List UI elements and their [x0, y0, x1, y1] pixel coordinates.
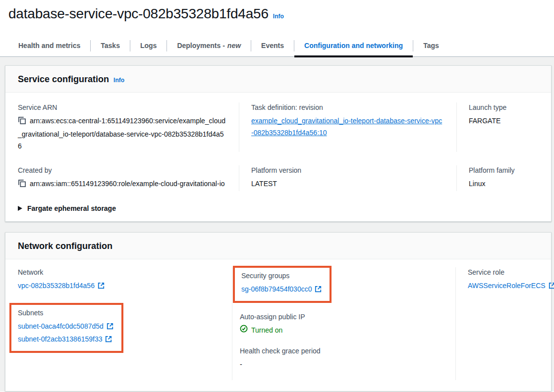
- tab-deployments-new-badge: new: [227, 42, 241, 49]
- launch-type-value: FARGATE: [469, 115, 526, 127]
- external-link-icon: [105, 334, 112, 346]
- task-definition-link[interactable]: example_cloud_gravitational_io-teleport-…: [251, 117, 442, 137]
- service-configuration-header: Service configuration Info: [5, 66, 551, 93]
- service-configuration-title: Service configuration: [18, 74, 109, 85]
- content-area: Service configuration Info Service ARN a…: [0, 57, 554, 392]
- created-by-value: arn:aws:iam::651149123960:role/example-c…: [30, 180, 225, 188]
- tab-configuration-and-networking[interactable]: Configuration and networking: [294, 35, 413, 56]
- security-groups-highlight-box: Security groups sg-06f8b79454f030cc0: [233, 266, 332, 303]
- service-configuration-info-link[interactable]: Info: [113, 77, 124, 84]
- copy-icon[interactable]: [18, 179, 26, 191]
- network-column-3: Service role AWSServiceRoleForECS: [455, 267, 554, 380]
- service-configuration-body: Service ARN arn:aws:ecs:ca-central-1:651…: [5, 93, 551, 221]
- subnets-highlight-box: Subnets subnet-0aca4fc0dc5087d5d subnet-…: [9, 303, 123, 353]
- field-platform-version: Platform version LATEST: [239, 165, 456, 191]
- page-header: database-service-vpc-082b35328b1fd4a56 I…: [0, 0, 554, 22]
- caret-right-icon: [18, 206, 22, 211]
- service-configuration-row-2: Created by arn:aws:iam::651149123960:rol…: [18, 165, 539, 191]
- field-auto-assign-public-ip: Auto-assign public IP Turned on: [240, 312, 445, 336]
- field-service-arn: Service ARN arn:aws:ecs:ca-central-1:651…: [18, 102, 239, 152]
- fargate-ephemeral-storage-expander[interactable]: Fargate ephemeral storage: [18, 204, 539, 212]
- tab-tasks[interactable]: Tasks: [91, 35, 130, 56]
- network-column-2: Security groups sg-06f8b79454f030cc0 Aut…: [232, 267, 455, 380]
- network-configuration-body: Network vpc-082b35328b1fd4a56 Subnets su…: [5, 259, 551, 391]
- service-arn-value: arn:aws:ecs:ca-central-1:651149123960:se…: [18, 117, 225, 150]
- platform-family-value: Linux: [469, 178, 526, 190]
- health-check-grace-period-value: -: [240, 358, 445, 370]
- tab-logs[interactable]: Logs: [130, 35, 166, 56]
- network-configuration-title: Network configuration: [18, 241, 112, 251]
- status-turned-on: Turned on: [240, 324, 445, 336]
- field-network: Network vpc-082b35328b1fd4a56: [18, 267, 222, 293]
- tab-tags[interactable]: Tags: [413, 35, 449, 56]
- check-circle-icon: [240, 324, 248, 336]
- page-title: database-service-vpc-082b35328b1fd4a56: [8, 6, 269, 22]
- vpc-link[interactable]: vpc-082b35328b1fd4a56: [18, 282, 105, 290]
- security-group-link[interactable]: sg-06f8b79454f030cc0: [241, 285, 322, 293]
- tab-events[interactable]: Events: [251, 35, 294, 56]
- field-platform-family: Platform family Linux: [456, 165, 539, 191]
- field-task-definition: Task definition: revision example_cloud_…: [239, 102, 456, 152]
- external-link-icon: [315, 284, 322, 296]
- tab-deployments[interactable]: Deployments -new: [167, 35, 251, 56]
- tab-bar: Health and metrics Tasks Logs Deployment…: [0, 35, 554, 57]
- external-link-icon: [107, 321, 113, 333]
- copy-icon[interactable]: [18, 116, 26, 128]
- field-created-by: Created by arn:aws:iam::651149123960:rol…: [18, 165, 239, 191]
- page-title-info-link[interactable]: Info: [273, 13, 284, 20]
- external-link-icon: [98, 281, 105, 293]
- subnet-link-2[interactable]: subnet-0f2acb31386159f33: [18, 335, 112, 343]
- external-link-icon: [549, 281, 554, 293]
- field-launch-type: Launch type FARGATE: [456, 102, 539, 152]
- network-column-1: Network vpc-082b35328b1fd4a56 Subnets su…: [18, 267, 232, 380]
- service-configuration-card: Service configuration Info Service ARN a…: [5, 65, 552, 222]
- field-service-role: Service role AWSServiceRoleForECS: [468, 267, 554, 293]
- tab-health-and-metrics[interactable]: Health and metrics: [8, 35, 90, 56]
- service-configuration-row-1: Service ARN arn:aws:ecs:ca-central-1:651…: [18, 102, 539, 152]
- network-configuration-header: Network configuration: [5, 233, 551, 259]
- service-role-link[interactable]: AWSServiceRoleForECS: [468, 282, 554, 290]
- field-health-check-grace-period: Health check grace period -: [240, 346, 445, 370]
- network-configuration-card: Network configuration Network vpc-082b35…: [5, 232, 552, 392]
- subnet-link-1[interactable]: subnet-0aca4fc0dc5087d5d: [18, 322, 113, 330]
- ecs-service-page: database-service-vpc-082b35328b1fd4a56 I…: [0, 0, 554, 392]
- platform-version-value: LATEST: [251, 178, 443, 190]
